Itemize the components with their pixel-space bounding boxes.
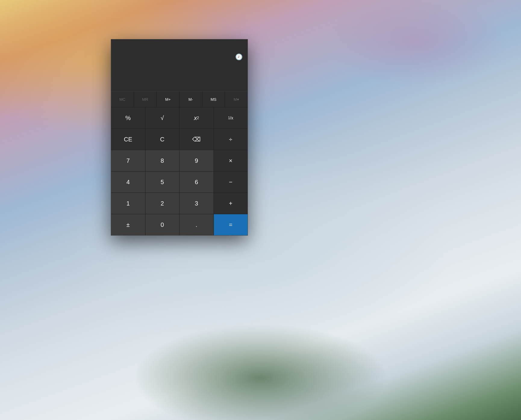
btn-2[interactable]: 2 [145, 193, 179, 214]
close-button[interactable] [230, 41, 244, 50]
display-area [111, 61, 248, 91]
btn-5[interactable]: 5 [145, 171, 179, 193]
calculator-window: 🕗 MCMRM+M-MSM▾%√x21/xCEC⌫÷789×456−123+±0… [111, 39, 248, 236]
calculator-header: 🕗 [111, 51, 248, 61]
btn-decimal[interactable]: . [179, 214, 214, 235]
btn-4[interactable]: 4 [111, 171, 145, 193]
title-bar [111, 39, 248, 51]
btn-0[interactable]: 0 [145, 214, 179, 235]
btn-7[interactable]: 7 [111, 150, 145, 171]
btn-clear[interactable]: C [145, 129, 179, 150]
btn-3[interactable]: 3 [179, 193, 214, 214]
btn-divide[interactable]: ÷ [214, 129, 248, 150]
btn-equals[interactable]: = [214, 214, 248, 235]
button-grid: MCMRM+M-MSM▾%√x21/xCEC⌫÷789×456−123+±0.= [111, 91, 248, 235]
btn-mem-m[interactable]: M- [179, 91, 202, 107]
btn-percent[interactable]: % [111, 107, 145, 128]
background-overlay [0, 0, 521, 420]
btn-subtract[interactable]: − [214, 171, 248, 193]
minimize-button[interactable] [202, 41, 216, 50]
window-controls [202, 41, 244, 50]
btn-backspace[interactable]: ⌫ [179, 129, 214, 150]
btn-square[interactable]: x2 [179, 107, 214, 128]
btn-mem-ms[interactable]: MS [202, 91, 225, 107]
history-icon[interactable]: 🕗 [235, 53, 243, 60]
btn-ce[interactable]: CE [111, 129, 145, 150]
maximize-button[interactable] [216, 41, 230, 50]
btn-1[interactable]: 1 [111, 193, 145, 214]
btn-negate[interactable]: ± [111, 214, 145, 235]
btn-reciprocal[interactable]: 1/x [214, 107, 248, 128]
btn-mem-mr: MR [134, 91, 157, 107]
memory-row: MCMRM+M-MSM▾ [111, 91, 248, 107]
btn-8[interactable]: 8 [145, 150, 179, 171]
btn-9[interactable]: 9 [179, 150, 214, 171]
btn-6[interactable]: 6 [179, 171, 214, 193]
btn-mem-mc: MC [111, 91, 134, 107]
btn-multiply[interactable]: × [214, 150, 248, 171]
btn-mem-m[interactable]: M+ [157, 91, 179, 107]
btn-add[interactable]: + [214, 193, 248, 214]
btn-mem-m: M▾ [225, 91, 248, 107]
main-button-grid: %√x21/xCEC⌫÷789×456−123+±0.= [111, 107, 248, 235]
btn-sqrt[interactable]: √ [145, 107, 179, 128]
